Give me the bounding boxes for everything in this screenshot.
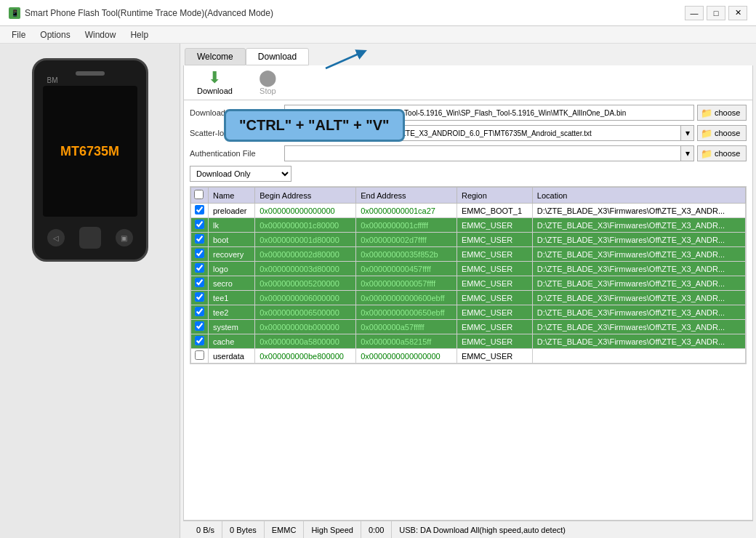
stop-button[interactable]: ⬤ Stop — [253, 68, 283, 97]
row-begin-0: 0x000000000000000 — [255, 204, 356, 218]
row-checkbox-7[interactable] — [195, 307, 204, 316]
row-end-4: 0x000000000457ffff — [356, 262, 457, 276]
row-location-9: D:\ZTE_BLADE_X3\Firmwares\Off\ZTE_X3_AND… — [532, 334, 745, 349]
status-bar: 0 B/s 0 Bytes EMMC High Speed 0:00 USB: … — [183, 521, 753, 538]
phone-menu-btn: ▣ — [116, 229, 133, 246]
table-row: boot 0x0000000001d80000 0x000000002d7fff… — [191, 233, 746, 247]
col-header-check — [191, 188, 209, 204]
table-row: tee2 0x0000000006500000 0x00000000000650… — [191, 305, 746, 320]
menu-window[interactable]: Window — [79, 28, 122, 41]
row-end-8: 0x0000000a57fffff — [356, 320, 457, 334]
folder-icon-auth: 📁 — [701, 148, 712, 159]
download-arrow-icon: ⬇ — [208, 70, 221, 86]
maximize-button[interactable]: □ — [707, 6, 725, 20]
col-header-name: Name — [209, 188, 255, 204]
right-panel: "CTRL" + "ALT" + "V" Welcome Download ⬇ … — [180, 44, 756, 538]
row-checkbox-8[interactable] — [195, 321, 204, 331]
table-row: secro 0x0000000005200000 0x0000000000057… — [191, 276, 746, 291]
choose-agent-label: choose — [715, 108, 740, 117]
tab-download[interactable]: Download — [246, 48, 309, 65]
row-region-3: EMMC_USER — [457, 247, 532, 262]
row-checkbox-10[interactable] — [195, 350, 204, 360]
auth-dropdown-icon[interactable]: ▾ — [680, 146, 693, 161]
choose-agent-button[interactable]: 📁 choose — [697, 105, 747, 121]
row-checkbox-cell — [191, 320, 209, 334]
partition-table: Name Begin Address End Address Region Lo… — [190, 187, 746, 364]
table-row: system 0x000000000b000000 0x0000000a57ff… — [191, 320, 746, 334]
row-end-3: 0x00000000035f852b — [356, 247, 457, 262]
row-location-5: D:\ZTE_BLADE_X3\Firmwares\Off\ZTE_X3_AND… — [532, 276, 745, 291]
row-end-2: 0x000000002d7ffff — [356, 233, 457, 247]
choose-auth-button[interactable]: 📁 choose — [697, 145, 747, 161]
row-checkbox-4[interactable] — [195, 263, 204, 273]
row-name-7: tee2 — [209, 305, 255, 320]
download-agent-input[interactable] — [284, 105, 694, 121]
phone-image: BM MT6735M ◁ ▣ — [32, 58, 148, 262]
row-name-3: recovery — [209, 247, 255, 262]
row-end-7: 0x00000000000650ebff — [356, 305, 457, 320]
row-checkbox-3[interactable] — [195, 249, 204, 258]
row-location-8: D:\ZTE_BLADE_X3\Firmwares\Off\ZTE_X3_AND… — [532, 320, 745, 334]
minimize-button[interactable]: — — [685, 6, 704, 20]
scatter-input[interactable] — [285, 126, 680, 140]
tab-welcome[interactable]: Welcome — [185, 48, 246, 65]
row-location-4: D:\ZTE_BLADE_X3\Firmwares\Off\ZTE_X3_AND… — [532, 262, 745, 276]
row-checkbox-cell — [191, 291, 209, 305]
row-begin-9: 0x00000000a5800000 — [255, 334, 356, 349]
row-begin-7: 0x0000000006500000 — [255, 305, 356, 320]
row-checkbox-cell — [191, 305, 209, 320]
table-row: preloader 0x000000000000000 0x0000000000… — [191, 204, 746, 218]
menu-options[interactable]: Options — [34, 28, 76, 41]
main-layout: BM MT6735M ◁ ▣ — [0, 44, 756, 538]
choose-auth-label: choose — [715, 149, 740, 158]
row-end-5: 0x0000000000057ffff — [356, 276, 457, 291]
col-header-region: Region — [457, 188, 532, 204]
mode-select[interactable]: Download Only Firmware Upgrade Format Al… — [190, 166, 291, 182]
row-region-0: EMMC_BOOT_1 — [457, 204, 532, 218]
row-begin-10: 0x000000000be800000 — [255, 349, 356, 364]
row-name-2: boot — [209, 233, 255, 247]
stop-icon: ⬤ — [259, 70, 277, 86]
row-checkbox-cell — [191, 218, 209, 233]
menu-bar: File Options Window Help — [0, 26, 756, 44]
scatter-label: Scatter-loading File — [190, 129, 284, 137]
row-checkbox-0[interactable] — [195, 205, 204, 214]
row-location-0: D:\ZTE_BLADE_X3\Firmwares\Off\ZTE_X3_AND… — [532, 204, 745, 218]
left-panel: BM MT6735M ◁ ▣ — [0, 44, 180, 538]
row-checkbox-cell — [191, 349, 209, 364]
table-header-row: Name Begin Address End Address Region Lo… — [191, 188, 746, 204]
auth-label: Authentication File — [190, 149, 284, 158]
menu-file[interactable]: File — [6, 28, 31, 41]
menu-help[interactable]: Help — [124, 28, 154, 41]
app-icon: 📱 — [9, 7, 20, 19]
scatter-dropdown-icon[interactable]: ▾ — [680, 126, 693, 140]
table-row: lk 0x0000000001c80000 0x0000000001cfffff… — [191, 218, 746, 233]
select-all-checkbox[interactable] — [194, 190, 204, 199]
phone-bottom: ◁ ▣ — [47, 227, 133, 249]
row-location-6: D:\ZTE_BLADE_X3\Firmwares\Off\ZTE_X3_AND… — [532, 291, 745, 305]
status-usb-info: USB: DA Download All(high speed,auto det… — [392, 521, 747, 538]
row-checkbox-cell — [191, 276, 209, 291]
row-region-9: EMMC_USER — [457, 334, 532, 349]
table-row: tee1 0x0000000006000000 0x00000000000600… — [191, 291, 746, 305]
choose-scatter-button[interactable]: 📁 choose — [697, 125, 747, 141]
row-region-7: EMMC_USER — [457, 305, 532, 320]
download-button[interactable]: ⬇ Download — [191, 68, 238, 97]
auth-input[interactable] — [285, 146, 680, 161]
row-location-3: D:\ZTE_BLADE_X3\Firmwares\Off\ZTE_X3_AND… — [532, 247, 745, 262]
row-checkbox-1[interactable] — [195, 220, 204, 229]
row-region-10: EMMC_USER — [457, 349, 532, 364]
row-end-10: 0x0000000000000000 — [356, 349, 457, 364]
row-begin-3: 0x0000000002d80000 — [255, 247, 356, 262]
row-end-0: 0x00000000001ca27 — [356, 204, 457, 218]
tab-strip: Welcome Download — [180, 44, 756, 65]
close-button[interactable]: ✕ — [728, 6, 747, 20]
partition-tbody: preloader 0x000000000000000 0x0000000000… — [191, 204, 746, 364]
phone-back-btn: ◁ — [47, 229, 65, 246]
row-checkbox-2[interactable] — [195, 234, 204, 244]
row-checkbox-6[interactable] — [195, 292, 204, 302]
row-region-4: EMMC_USER — [457, 262, 532, 276]
row-checkbox-9[interactable] — [195, 336, 204, 345]
row-checkbox-5[interactable] — [195, 278, 204, 287]
download-agent-label: Download-Agent — [190, 108, 284, 117]
